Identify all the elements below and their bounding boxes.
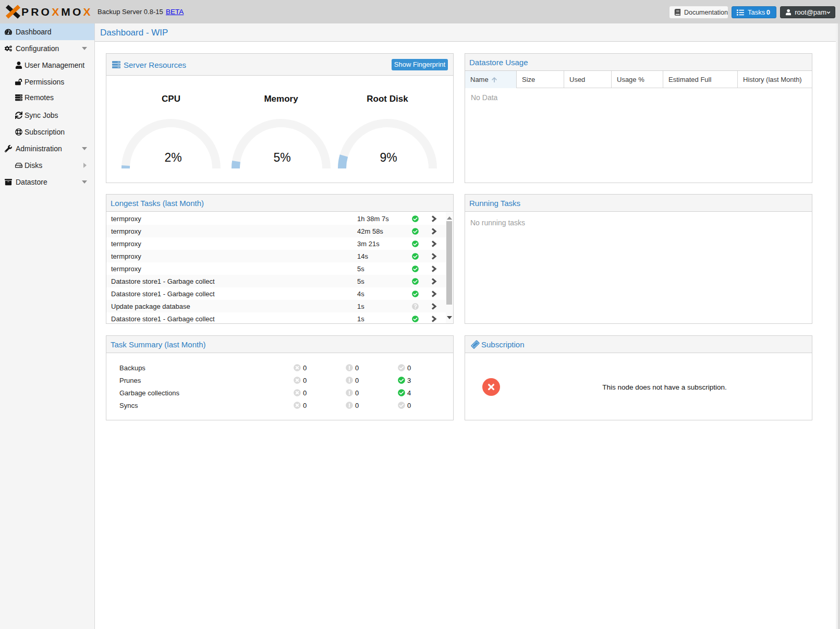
svg-text:5%: 5%: [273, 151, 290, 164]
svg-text:2%: 2%: [164, 151, 181, 164]
svg-text:9%: 9%: [380, 151, 397, 164]
